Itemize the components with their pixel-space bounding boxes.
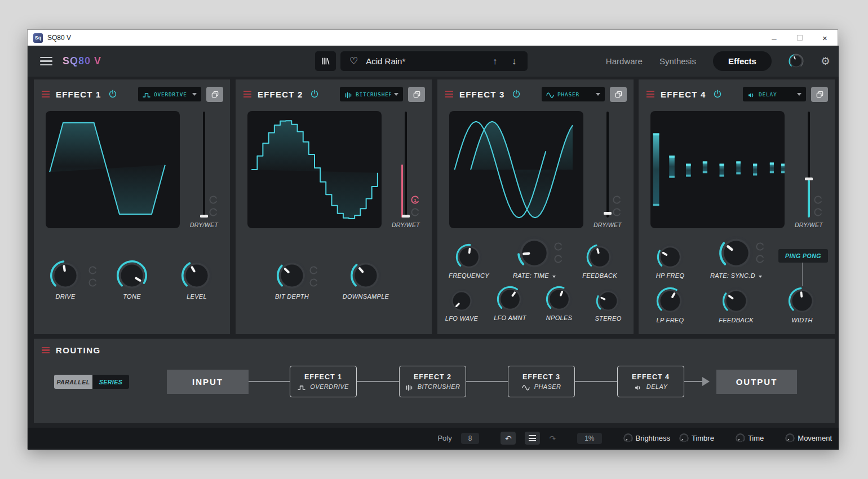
mod-ring-icon[interactable] bbox=[813, 207, 823, 217]
effect2-drywet-slider[interactable] bbox=[401, 112, 410, 218]
chain-effect2[interactable]: EFFECT 2 BITCRUSHER bbox=[399, 366, 466, 397]
tab-effects[interactable]: Effects bbox=[713, 51, 772, 71]
lp-freq-knob[interactable]: LP FREQ bbox=[642, 287, 698, 323]
mod-ring-icon[interactable] bbox=[88, 278, 98, 287]
mod-ring-icon[interactable] bbox=[755, 254, 765, 264]
mod-ring-icon[interactable] bbox=[309, 278, 318, 287]
master-volume-knob[interactable] bbox=[789, 54, 804, 69]
routing-menu-icon[interactable] bbox=[42, 347, 50, 354]
effect3-power-button[interactable] bbox=[512, 90, 521, 99]
lfo-amnt-knob[interactable]: LFO AMNT bbox=[482, 286, 538, 321]
mod-ring-icon[interactable] bbox=[88, 265, 98, 275]
copy-icon bbox=[211, 90, 219, 99]
chevron-down-icon[interactable] bbox=[552, 276, 556, 278]
gear-icon[interactable]: ⚙ bbox=[821, 56, 830, 66]
minimize-button[interactable]: – bbox=[761, 30, 787, 46]
maximize-button[interactable] bbox=[787, 30, 812, 46]
preset-bar[interactable]: ♡ Acid Rain* ↑ ↓ bbox=[340, 51, 528, 71]
favorite-heart-icon[interactable]: ♡ bbox=[349, 56, 358, 66]
chain-effect3[interactable]: EFFECT 3 PHASER bbox=[508, 366, 575, 397]
tab-synthesis[interactable]: Synthesis bbox=[659, 56, 696, 66]
mod-ring-icon[interactable] bbox=[209, 207, 218, 217]
power-icon bbox=[713, 90, 722, 99]
downsample-knob[interactable]: DOWNSAMPLE bbox=[338, 260, 394, 300]
effect1-drywet-slider[interactable] bbox=[200, 112, 209, 218]
copy-icon bbox=[413, 90, 421, 99]
library-button[interactable] bbox=[315, 51, 336, 71]
brightness-knob[interactable] bbox=[623, 433, 633, 443]
app-icon: Sq bbox=[33, 33, 43, 43]
mod-ring-icon[interactable] bbox=[612, 207, 622, 217]
effect2-type-select[interactable]: BITCRUSHER bbox=[340, 87, 403, 101]
close-button[interactable]: × bbox=[812, 30, 838, 46]
mode-series-button[interactable]: SERIES bbox=[92, 375, 129, 389]
chain-effect1[interactable]: EFFECT 1 OVERDRIVE bbox=[290, 366, 357, 397]
next-preset-button[interactable]: ↓ bbox=[512, 56, 516, 66]
effect4-panel: EFFECT 4 DELAY DRY/WET bbox=[639, 79, 835, 334]
input-block: INPUT bbox=[167, 370, 249, 394]
effect4-drywet-slider[interactable] bbox=[804, 112, 813, 218]
drywet-label: DRY/WET bbox=[579, 221, 636, 228]
chevron-down-icon[interactable] bbox=[759, 276, 762, 278]
macro-movement[interactable]: Movement bbox=[785, 433, 832, 443]
macro-brightness[interactable]: Brightness bbox=[623, 433, 670, 443]
effect4-power-button[interactable] bbox=[713, 90, 722, 99]
macro-timbre[interactable]: Timbre bbox=[679, 433, 714, 443]
tab-hardware[interactable]: Hardware bbox=[606, 56, 643, 66]
mod-source-badge[interactable]: 1 bbox=[410, 195, 420, 205]
chain-line bbox=[357, 381, 399, 382]
redo-button[interactable]: ↷ bbox=[549, 434, 556, 443]
preset-name[interactable]: Acid Rain* bbox=[366, 56, 405, 66]
feedback-knob[interactable]: FEEDBACK bbox=[708, 287, 764, 323]
delay-icon bbox=[634, 383, 642, 390]
mod-ring-icon[interactable] bbox=[755, 242, 765, 251]
mod-ring-icon[interactable] bbox=[309, 265, 318, 275]
mod-ring-icon[interactable] bbox=[410, 207, 420, 217]
mod-ring-icon[interactable] bbox=[553, 242, 563, 251]
mod-ring-icon[interactable] bbox=[612, 195, 622, 205]
effect2-menu-icon[interactable] bbox=[243, 91, 251, 97]
effect1-type-select[interactable]: OVERDRIVE bbox=[138, 87, 201, 101]
undo-button[interactable]: ↶ bbox=[501, 432, 516, 445]
level-knob[interactable]: LEVEL bbox=[169, 260, 225, 300]
hp-freq-knob[interactable]: HP FREQ bbox=[642, 243, 698, 279]
effect4-menu-icon[interactable] bbox=[646, 91, 654, 97]
effect1-menu-icon[interactable] bbox=[42, 91, 50, 97]
main-menu-icon[interactable] bbox=[40, 57, 52, 66]
movement-knob[interactable] bbox=[785, 433, 795, 443]
feedback-knob[interactable]: FEEDBACK bbox=[572, 243, 628, 279]
effect3-drywet-slider[interactable] bbox=[603, 112, 612, 218]
routing-mode-toggle: PARALLEL SERIES bbox=[54, 375, 129, 389]
time-knob[interactable] bbox=[736, 433, 745, 443]
lfo-wave-knob[interactable]: LFO WAVE bbox=[433, 289, 490, 322]
frequency-knob[interactable]: FREQUENCY bbox=[441, 243, 497, 279]
effect2-copy-button[interactable] bbox=[408, 87, 425, 102]
stereo-knob[interactable]: STEREO bbox=[580, 289, 636, 322]
overdrive-icon bbox=[298, 383, 305, 390]
npoles-knob[interactable]: NPOLES bbox=[531, 286, 587, 321]
mod-ring-icon[interactable] bbox=[209, 195, 218, 205]
timbre-knob[interactable] bbox=[679, 433, 689, 443]
mod-ring-icon[interactable] bbox=[813, 195, 823, 205]
mod-ring-icon[interactable] bbox=[553, 254, 563, 264]
effect3-menu-icon[interactable] bbox=[445, 91, 453, 97]
chain-effect4[interactable]: EFFECT 4 DELAY bbox=[617, 366, 684, 397]
ping-pong-button[interactable]: PING PONG bbox=[778, 249, 828, 263]
width-knob[interactable]: WIDTH bbox=[774, 287, 830, 323]
tone-knob[interactable]: TONE bbox=[104, 260, 160, 300]
mode-parallel-button[interactable]: PARALLEL bbox=[54, 375, 92, 389]
effect1-power-button[interactable] bbox=[108, 90, 117, 99]
macro-time[interactable]: Time bbox=[736, 433, 764, 443]
effect3-type-select[interactable]: PHASER bbox=[542, 87, 605, 101]
effect1-copy-button[interactable] bbox=[206, 87, 223, 102]
effect2-power-button[interactable] bbox=[310, 90, 319, 99]
drive-knob[interactable]: DRIVE bbox=[37, 260, 94, 300]
effect4-copy-button[interactable] bbox=[811, 87, 828, 102]
poly-value[interactable]: 8 bbox=[461, 433, 480, 444]
app-window: Sq SQ80 V – × SQ80 V ♡ Acid Rain* ↑ bbox=[27, 29, 838, 449]
previous-preset-button[interactable]: ↑ bbox=[493, 56, 497, 66]
effect3-copy-button[interactable] bbox=[610, 87, 627, 102]
history-button[interactable] bbox=[525, 432, 540, 445]
effect4-type-select[interactable]: DELAY bbox=[743, 87, 806, 101]
cpu-value[interactable]: 1% bbox=[577, 433, 601, 444]
